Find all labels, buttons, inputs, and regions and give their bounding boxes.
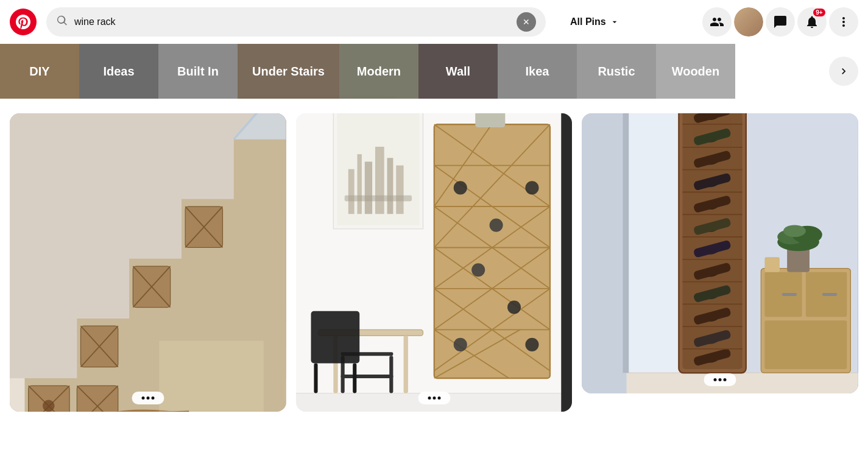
chip-under-stairs-container: Under Stairs Search for "wine rack under… [238,44,339,99]
dot-menu-1 [141,396,154,400]
pin-image-3 [582,113,858,393]
chip-wall[interactable]: Wall [418,44,498,99]
notification-bell-icon [805,15,819,29]
svg-rect-37 [387,158,393,214]
chip-modern[interactable]: Modern [339,44,418,99]
filter-bar: DIY Ideas Built In Under Stairs Search f… [0,44,868,99]
svg-rect-127 [782,293,797,296]
svg-rect-27 [159,341,264,412]
svg-rect-87 [683,113,743,369]
svg-rect-79 [561,113,572,412]
pin-card-3[interactable] [582,113,858,393]
search-bar: ✕ [46,7,546,37]
dot-menu-3 [714,378,727,381]
chip-ideas[interactable]: Ideas [79,44,158,99]
filter-chips: DIY Ideas Built In Under Stairs Search f… [0,44,829,99]
nav-icons: 9+ [702,7,858,37]
svg-rect-35 [364,161,372,214]
filter-next-button[interactable] [829,57,858,86]
chip-built-in[interactable]: Built In [158,44,238,99]
messages-icon [773,15,788,29]
more-options-button[interactable] [829,7,858,37]
chevron-right-icon [838,65,850,77]
notifications-button[interactable]: 9+ [797,7,827,37]
svg-rect-71 [403,336,408,393]
more-icon [836,15,851,29]
chip-diy[interactable]: DIY [0,44,79,99]
chip-ikea[interactable]: Ikea [498,44,577,99]
messages-button[interactable] [766,7,795,37]
home-feed-button[interactable] [702,7,732,37]
svg-point-63 [453,338,467,351]
pinterest-logo[interactable] [10,9,37,35]
svg-rect-84 [582,113,627,393]
avatar [734,7,763,37]
chip-wooden[interactable]: Wooden [656,44,735,99]
pinterest-logo-icon [16,15,30,29]
pin-image-svg-3 [582,113,858,393]
search-input[interactable] [74,16,517,27]
svg-rect-126 [765,320,847,369]
pin-column-2 [296,113,573,450]
dot-menu-2 [428,396,440,400]
pin-image-svg-2 [296,113,573,412]
pin-card-2[interactable] [296,113,573,412]
svg-point-60 [525,181,538,194]
people-icon [710,15,724,29]
svg-rect-128 [822,293,838,296]
profile-avatar-button[interactable] [734,7,763,37]
svg-point-59 [489,219,503,232]
notification-badge: 9+ [813,9,825,16]
svg-rect-39 [344,195,411,202]
svg-rect-77 [314,364,317,393]
pin-more-button-2[interactable] [418,392,450,404]
svg-rect-10 [77,386,118,412]
svg-rect-85 [623,113,629,373]
chevron-down-icon [610,17,619,27]
pin-more-button-1[interactable] [132,392,164,404]
pin-image-svg-1 [10,113,286,412]
svg-rect-34 [357,154,361,214]
svg-rect-75 [340,375,393,378]
svg-point-64 [525,338,538,351]
pin-image-2 [296,113,573,412]
pin-card-1[interactable] [10,113,286,412]
header: ✕ All Pins 9+ [0,0,868,44]
pin-image-1 [10,113,286,412]
svg-point-8 [43,400,55,412]
svg-rect-38 [396,166,403,214]
pin-more-button-3[interactable] [704,373,736,386]
pin-grid [0,99,868,460]
all-pins-label: All Pins [570,16,606,27]
chip-rustic[interactable]: Rustic [577,44,656,99]
svg-rect-76 [311,311,359,364]
all-pins-button[interactable]: All Pins [560,12,629,32]
pin-column-1 [10,113,286,450]
svg-rect-36 [375,147,384,214]
svg-point-62 [507,301,521,314]
svg-point-61 [471,263,485,277]
svg-rect-33 [348,169,355,214]
search-clear-button[interactable]: ✕ [517,12,536,32]
chip-under-stairs[interactable]: Under Stairs [238,44,339,99]
search-icon [56,15,68,30]
svg-point-58 [453,181,467,194]
svg-rect-134 [765,257,780,272]
svg-rect-65 [475,113,505,127]
svg-rect-78 [353,364,356,393]
svg-point-133 [783,225,806,237]
pin-column-3 [582,113,858,450]
